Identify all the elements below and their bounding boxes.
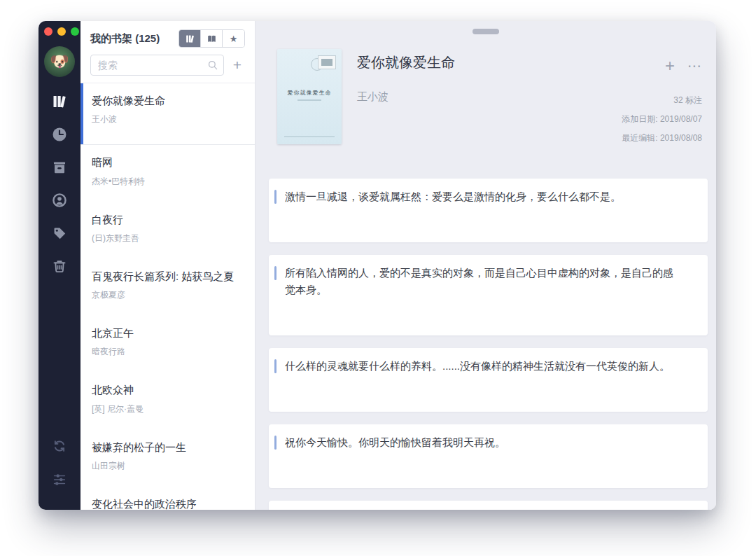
book-list-item-title: 变化社会中的政治秩序 <box>92 497 244 510</box>
book-title: 爱你就像爱生命 <box>357 53 455 72</box>
detail-actions: + ⋯ <box>665 59 702 73</box>
book-list-item[interactable]: 被嫌弃的松子的一生 山田宗树 <box>80 430 255 487</box>
book-detail-header: 爱你就像爱生命 爱你就像爱生命 王小波 + ⋯ 32 标注 添加日期: 2019… <box>277 49 705 144</box>
search-icon <box>207 60 218 71</box>
add-book-button[interactable]: + <box>230 55 245 76</box>
bookshelf-title: 我的书架 (125) <box>90 32 160 46</box>
book-list-item-title: 被嫌弃的松子的一生 <box>92 440 244 454</box>
clock-icon[interactable] <box>50 125 69 144</box>
add-annotation-button[interactable]: + <box>665 59 675 73</box>
search-row: + <box>80 50 255 83</box>
book-list-item-author: 杰米•巴特利特 <box>92 176 244 202</box>
highlight-text: 激情一旦减退，谈爱就属枉然：爱要么是激情的化身，要么什么都不是。 <box>285 190 621 202</box>
book-list-item[interactable]: 北京正午 暗夜行路 <box>80 316 255 373</box>
cover-title: 爱你就像爱生命 <box>277 89 342 97</box>
sidebar-footer <box>50 437 69 489</box>
highlight-card[interactable]: 什么样的灵魂就要什么样的养料。......没有像样的精神生活就没有一代英俊的新人… <box>269 348 708 412</box>
search-input[interactable] <box>90 55 224 76</box>
book-author: 王小波 <box>357 90 455 104</box>
library-view-button[interactable] <box>179 30 201 47</box>
book-list-item-author: (日)东野圭吾 <box>92 232 244 259</box>
library-icon[interactable] <box>50 92 69 111</box>
highlight-card[interactable]: 所有陷入情网的人，爱的不是真实的对象，而是自己心目中虚构的对象，是自己的感觉本身… <box>269 255 708 335</box>
highlight-card[interactable]: 我的灵魂里有很多地方玩世不恭，对人傲慢无礼，但是它有一个核心，这个核心害怕 <box>269 501 708 510</box>
zoom-button[interactable] <box>71 27 79 36</box>
book-list-item[interactable]: 白夜行 (日)东野圭吾 <box>80 202 255 259</box>
filter-settings-icon[interactable] <box>50 471 69 489</box>
more-options-button[interactable]: ⋯ <box>687 59 702 73</box>
book-list-item[interactable]: 百鬼夜行长篇系列: 姑获鸟之夏 京极夏彦 <box>80 259 255 316</box>
archive-icon[interactable] <box>50 158 69 176</box>
highlight-text: 祝你今天愉快。你明天的愉快留着我明天再祝。 <box>285 436 505 448</box>
book-list-item-author: [英] 尼尔·盖曼 <box>92 403 244 430</box>
book-list-item-author: 京极夏彦 <box>92 289 244 316</box>
bookshelf-header: 我的书架 (125) ★ <box>80 21 255 50</box>
avatar[interactable]: 🐶 <box>44 46 75 77</box>
book-list-item[interactable]: 暗网 杰米•巴特利特 <box>80 145 255 202</box>
book-list-item-author: 山田宗树 <box>92 460 244 487</box>
book-list-item-author: 王小波 <box>92 113 244 144</box>
book-detail-pane: 爱你就像爱生命 爱你就像爱生命 王小波 + ⋯ 32 标注 添加日期: 2019… <box>255 21 716 510</box>
book-list-item-author: 暗夜行路 <box>92 346 244 373</box>
app-window: 🐶 <box>38 21 716 510</box>
book-list-item-title: 白夜行 <box>92 213 244 227</box>
tag-icon[interactable] <box>50 224 69 242</box>
highlight-text: 所有陷入情网的人，爱的不是真实的对象，而是自己心目中虚构的对象，是自己的感觉本身… <box>285 267 673 295</box>
close-button[interactable] <box>44 27 52 36</box>
sync-icon[interactable] <box>50 437 69 455</box>
highlight-card[interactable]: 激情一旦减退，谈爱就属枉然：爱要么是激情的化身，要么什么都不是。 <box>269 179 708 242</box>
contacts-icon[interactable] <box>50 191 69 209</box>
highlight-card[interactable]: 祝你今天愉快。你明天的愉快留着我明天再祝。 <box>269 424 708 488</box>
book-list-item-title: 北欧众神 <box>92 383 244 397</box>
book-list-item-title: 百鬼夜行长篇系列: 姑获鸟之夏 <box>92 270 244 284</box>
highlight-list: 激情一旦减退，谈爱就属枉然：爱要么是激情的化身，要么什么都不是。 所有陷入情网的… <box>269 179 708 510</box>
book-list-item[interactable]: 北欧众神 [英] 尼尔·盖曼 <box>80 373 255 429</box>
highlight-text: 什么样的灵魂就要什么样的养料。......没有像样的精神生活就没有一代英俊的新人… <box>285 360 670 372</box>
annotation-count: 32 标注 <box>622 91 702 110</box>
window-drag-handle[interactable] <box>472 29 499 34</box>
book-list-item-title: 爱你就像爱生命 <box>92 94 244 108</box>
book-list-item-title: 暗网 <box>92 155 244 169</box>
starred-view-button[interactable]: ★ <box>223 30 244 47</box>
stamp-icon <box>318 55 336 69</box>
book-list-item[interactable]: 爱你就像爱生命 王小波 <box>80 83 255 145</box>
book-view-button[interactable] <box>201 30 223 47</box>
bookshelf-panel: 我的书架 (125) ★ + 爱你就像爱生命 王小波 暗网 杰米•巴特利 <box>80 21 255 510</box>
edited-date: 最近编辑: 2019/08/08 <box>622 129 702 148</box>
minimize-button[interactable] <box>57 27 66 36</box>
book-list: 爱你就像爱生命 王小波 暗网 杰米•巴特利特 白夜行 (日)东野圭吾 百鬼夜行长… <box>80 83 255 510</box>
traffic-lights <box>44 27 79 36</box>
sidebar-nav <box>50 92 69 275</box>
app-sidebar: 🐶 <box>38 21 80 510</box>
book-cover: 爱你就像爱生命 <box>277 49 342 144</box>
view-toggle: ★ <box>178 29 245 48</box>
book-meta: 32 标注 添加日期: 2019/08/07 最近编辑: 2019/08/08 <box>622 91 702 148</box>
trash-icon[interactable] <box>50 257 69 275</box>
book-info: 爱你就像爱生命 王小波 <box>357 49 455 144</box>
cover-footer-line <box>284 136 335 137</box>
cover-subtitle-line <box>298 99 321 101</box>
added-date: 添加日期: 2019/08/07 <box>622 110 702 129</box>
book-list-item[interactable]: 变化社会中的政治秩序 塞缪尔·P·亨廷顿 <box>80 487 255 510</box>
book-list-item-title: 北京正午 <box>92 326 244 340</box>
